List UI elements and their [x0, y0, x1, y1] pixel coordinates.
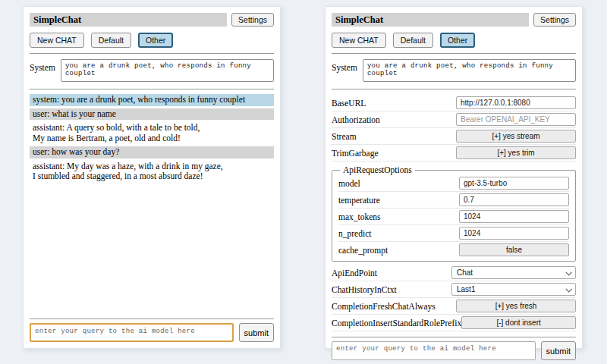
- chat-message-list: system: you are a drunk poet, who respon…: [30, 94, 274, 313]
- app-title: SimpleChat: [332, 13, 529, 27]
- apiendpoint-selected-value: Chat: [457, 268, 473, 277]
- session-toolbar: New CHAT Default Other: [30, 33, 274, 48]
- authorization-input[interactable]: [456, 113, 576, 126]
- setting-label-temperature: temperature: [338, 196, 380, 205]
- chat-message-assistant: assistant: A query so bold, with a tale …: [30, 122, 274, 144]
- chat-panel: SimpleChat Settings New CHAT Default Oth…: [23, 6, 281, 349]
- setting-label-stream: Stream: [332, 132, 357, 141]
- submit-button[interactable]: submit: [239, 323, 274, 342]
- setting-row-completioninsertstandardroleprefix: CompletionInsertStandardRolePrefix[-] do…: [332, 315, 576, 331]
- setting-label-completioninsertstandardroleprefix: CompletionInsertStandardRolePrefix: [332, 318, 461, 328]
- setting-row-apiendpoint: ApiEndPointChat: [332, 265, 576, 281]
- chevron-down-icon: [565, 269, 571, 275]
- chathistoryinctxt-selected-value: Last1: [457, 285, 475, 293]
- setting-label-baseurl: BaseURL: [332, 99, 366, 108]
- divider: [332, 89, 576, 89]
- session-other-button[interactable]: Other: [138, 33, 173, 48]
- query-input[interactable]: [30, 323, 234, 342]
- baseurl-input[interactable]: [456, 96, 576, 109]
- titlebar: SimpleChat Settings: [332, 13, 576, 27]
- api-request-options-group: ApiRequestOptionsmodeltemperaturemax_tok…: [332, 165, 576, 262]
- setting-row-completionfreshchatalways: CompletionFreshChatAlways[+] yes fresh: [332, 298, 576, 315]
- query-input[interactable]: [332, 341, 536, 360]
- chathistoryinctxt-select[interactable]: Last1: [451, 283, 576, 296]
- setting-row-stream: Stream[+] yes stream: [332, 128, 576, 145]
- setting-label-trimgarbage: TrimGarbage: [332, 149, 379, 158]
- chat-message-user: user: how was your day?: [30, 146, 274, 158]
- new-chat-button[interactable]: New CHAT: [332, 33, 386, 48]
- session-default-button[interactable]: Default: [91, 33, 131, 48]
- setting-label-cache-prompt: cache_prompt: [338, 246, 388, 255]
- setting-label-n-predict: n_predict: [338, 229, 371, 238]
- setting-label-max-tokens: max_tokens: [338, 212, 381, 221]
- chevron-down-icon: [565, 286, 571, 292]
- setting-row-authorization: Authorization: [332, 111, 576, 128]
- divider: [30, 318, 274, 319]
- setting-row-temperature: temperature: [338, 192, 569, 209]
- setting-row-model: model: [338, 175, 569, 192]
- completionfreshchatalways-toggle-button[interactable]: [+] yes fresh: [456, 300, 576, 312]
- divider: [30, 53, 274, 54]
- setting-row-cache-prompt: cache_promptfalse: [338, 242, 569, 258]
- query-row: submit: [332, 341, 576, 360]
- setting-row-baseurl: BaseURL: [332, 95, 576, 111]
- settings-button[interactable]: Settings: [533, 13, 576, 27]
- titlebar: SimpleChat Settings: [30, 13, 274, 27]
- divider: [332, 53, 576, 54]
- trimgarbage-toggle-button[interactable]: [+] yes trim: [456, 146, 576, 159]
- settings-button[interactable]: Settings: [231, 13, 274, 27]
- chat-message-assistant: assistant: My day was a haze, with a dri…: [30, 161, 274, 183]
- max-tokens-input[interactable]: [459, 210, 569, 223]
- settings-panel: SimpleChat Settings New CHAT Default Oth…: [325, 6, 583, 349]
- chat-message-user: user: what is your name: [30, 108, 274, 121]
- setting-label-apiendpoint: ApiEndPoint: [332, 268, 377, 278]
- divider: [30, 89, 274, 89]
- cache-prompt-toggle-button[interactable]: false: [459, 243, 569, 256]
- stream-toggle-button[interactable]: [+] yes stream: [456, 130, 576, 143]
- system-prompt-input[interactable]: you are a drunk poet, who responds in fu…: [61, 59, 274, 82]
- session-default-button[interactable]: Default: [393, 33, 433, 48]
- system-prompt-row: System you are a drunk poet, who respond…: [332, 59, 576, 82]
- query-section: submit: [30, 313, 274, 342]
- app-title: SimpleChat: [30, 13, 227, 27]
- system-prompt-input[interactable]: you are a drunk poet, who responds in fu…: [363, 59, 576, 82]
- model-input[interactable]: [459, 177, 569, 190]
- setting-row-n-predict: n_predict: [338, 225, 569, 242]
- n-predict-input[interactable]: [459, 227, 569, 240]
- new-chat-button[interactable]: New CHAT: [30, 33, 84, 48]
- system-prompt-label: System: [332, 59, 357, 72]
- api-request-options-legend: ApiRequestOptions: [340, 165, 415, 174]
- setting-label-authorization: Authorization: [332, 115, 380, 124]
- query-row: submit: [30, 323, 274, 342]
- divider: [332, 337, 576, 337]
- completioninsertstandardroleprefix-toggle-button[interactable]: [-] dont insert: [461, 316, 576, 329]
- system-prompt-label: System: [30, 59, 55, 72]
- setting-label-completionfreshchatalways: CompletionFreshChatAlways: [332, 302, 436, 311]
- settings-list: BaseURLAuthorizationStream[+] yes stream…: [332, 95, 576, 331]
- system-prompt-row: System you are a drunk poet, who respond…: [30, 59, 274, 82]
- setting-row-trimgarbage: TrimGarbage[+] yes trim: [332, 145, 576, 162]
- setting-row-max-tokens: max_tokens: [338, 209, 569, 225]
- setting-label-model: model: [338, 179, 360, 188]
- apiendpoint-select[interactable]: Chat: [451, 266, 576, 279]
- setting-label-chathistoryinctxt: ChatHistoryInCtxt: [332, 285, 397, 294]
- chat-message-system: system: you are a drunk poet, who respon…: [30, 94, 274, 106]
- submit-button[interactable]: submit: [541, 341, 576, 360]
- session-toolbar: New CHAT Default Other: [332, 33, 576, 48]
- query-section: submit: [332, 331, 576, 360]
- session-other-button[interactable]: Other: [440, 33, 475, 48]
- temperature-input[interactable]: [459, 193, 569, 206]
- setting-row-chathistoryinctxt: ChatHistoryInCtxtLast1: [332, 281, 576, 298]
